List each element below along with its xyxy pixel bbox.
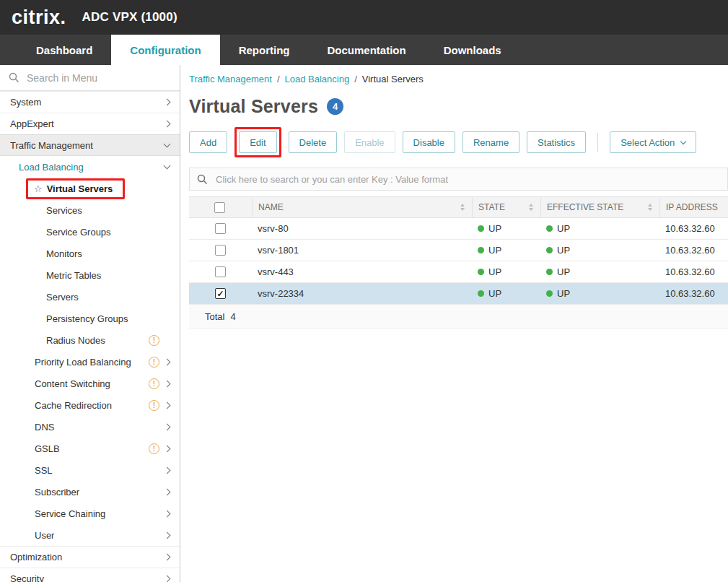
sidebar-item-monitors[interactable]: Monitors [0, 243, 180, 264]
column-header-name-label: NAME [258, 202, 284, 212]
virtual-servers-table: NAME STATE EFFECTIVE STATE IP ADDRESS [189, 196, 728, 329]
sort-icon[interactable] [648, 204, 652, 211]
table-search-bar[interactable] [189, 168, 728, 191]
select-action-button[interactable]: Select Action [610, 131, 696, 153]
chevron-down-icon [164, 141, 171, 148]
sidebar-item-optimization[interactable]: Optimization [0, 546, 180, 568]
status-up-dot [546, 225, 553, 232]
sidebar-item-radius-nodes[interactable]: Radius Nodes! [0, 329, 180, 351]
statistics-button[interactable]: Statistics [527, 131, 586, 153]
row-checkbox[interactable] [215, 266, 226, 277]
nav-tab-dashboard[interactable]: Dashboard [17, 35, 111, 65]
table-search-input[interactable] [214, 173, 720, 186]
state-text: UP [488, 288, 501, 299]
breadcrumb-separator: / [354, 74, 357, 84]
enable-button[interactable]: Enable [344, 131, 395, 153]
sidebar-item-ssl[interactable]: SSL [0, 459, 180, 481]
warning-icon: ! [149, 443, 159, 454]
disable-button[interactable]: Disable [403, 131, 455, 153]
vserver-name: vsrv-443 [258, 266, 294, 277]
sidebar-item-dns[interactable]: DNS [0, 416, 180, 438]
title-row: Virtual Servers 4 [189, 96, 728, 117]
chevron-down-icon [680, 138, 686, 144]
column-header-ip-address-label: IP ADDRESS [666, 202, 718, 212]
column-header-effective-state[interactable]: EFFECTIVE STATE [540, 197, 659, 217]
sidebar-item-label: DNS [35, 422, 54, 433]
star-icon: ☆ [34, 184, 43, 194]
breadcrumb-current-virtual-servers: Virtual Servers [362, 74, 424, 84]
status-up-dot [546, 290, 553, 297]
sort-icon[interactable] [460, 204, 465, 211]
rename-button[interactable]: Rename [462, 131, 519, 153]
sidebar-item-label: Service Chaining [35, 508, 105, 519]
sidebar-item-user[interactable]: User [0, 524, 180, 546]
sidebar-item-appexpert[interactable]: AppExpert [0, 113, 180, 134]
table-row[interactable]: ✓vsrv-22334UPUP10.63.32.60 [189, 283, 728, 305]
sidebar-search-input[interactable] [25, 71, 171, 84]
nav-tab-downloads[interactable]: Downloads [425, 35, 520, 65]
sidebar-item-service-groups[interactable]: Service Groups [0, 221, 180, 243]
sidebar-item-label: Metric Tables [46, 270, 101, 281]
sidebar-item-traffic-management[interactable]: Traffic Management [0, 134, 180, 156]
column-header-ip-address[interactable]: IP ADDRESS [659, 197, 728, 217]
annotation-box: ☆Virtual Servers [26, 178, 125, 199]
sidebar-item-metric-tables[interactable]: Metric Tables [0, 264, 180, 286]
sidebar-item-label: Cache Redirection [35, 400, 112, 411]
breadcrumb-link-load-balancing[interactable]: Load Balancing [285, 74, 350, 84]
table-header-row: NAME STATE EFFECTIVE STATE IP ADDRESS [189, 196, 728, 218]
chevron-right-icon [164, 554, 171, 561]
sidebar-item-security[interactable]: Security [0, 568, 180, 582]
sidebar-item-virtual-servers[interactable]: ☆Virtual Servers [0, 178, 180, 199]
column-header-name[interactable]: NAME [252, 197, 472, 217]
table-row[interactable]: vsrv-443UPUP10.63.32.60 [189, 261, 728, 283]
warning-icon: ! [149, 400, 159, 411]
nav-tab-configuration[interactable]: Configuration [111, 35, 219, 65]
sidebar-item-label: User [35, 530, 54, 541]
breadcrumb-separator: / [277, 74, 280, 84]
column-header-effective-state-label: EFFECTIVE STATE [547, 202, 623, 212]
sidebar-item-cache-redirection[interactable]: Cache Redirection! [0, 394, 180, 416]
status-up-dot [478, 290, 484, 297]
breadcrumb-link-traffic-management[interactable]: Traffic Management [189, 74, 272, 84]
select-all-checkbox[interactable] [214, 202, 225, 213]
sidebar-item-servers[interactable]: Servers [0, 286, 180, 308]
row-checkbox[interactable] [215, 245, 226, 256]
ip-address: 10.63.32.60 [665, 288, 715, 299]
sort-icon[interactable] [529, 204, 533, 211]
sidebar-item-gslb[interactable]: GSLB! [0, 438, 180, 459]
search-icon [9, 72, 19, 83]
sidebar-item-label: Traffic Management [10, 140, 93, 151]
sidebar-item-service-chaining[interactable]: Service Chaining [0, 503, 180, 524]
add-button[interactable]: Add [189, 131, 227, 153]
sidebar-item-system[interactable]: System [0, 91, 180, 113]
sidebar-item-content-switching[interactable]: Content Switching! [0, 373, 180, 394]
sidebar-item-label: GSLB [35, 443, 60, 454]
nav-tab-documentation[interactable]: Documentation [309, 35, 425, 65]
nav-tab-reporting[interactable]: Reporting [220, 35, 309, 65]
sidebar-item-load-balancing[interactable]: Load Balancing [0, 156, 180, 178]
select-all-cell [189, 197, 252, 217]
sidebar-item-label: AppExpert [10, 118, 54, 129]
sidebar-item-label: Monitors [46, 248, 82, 259]
table-row[interactable]: vsrv-80UPUP10.63.32.60 [189, 218, 728, 240]
sidebar-item-label: Services [46, 205, 82, 216]
sidebar-item-persistency-groups[interactable]: Persistency Groups [0, 308, 180, 329]
chevron-right-icon [164, 466, 171, 474]
sidebar-search[interactable] [0, 65, 180, 91]
warning-icon: ! [149, 378, 159, 389]
chevron-right-icon [164, 531, 171, 539]
sidebar-item-services[interactable]: Services [0, 199, 180, 221]
delete-button[interactable]: Delete [289, 131, 338, 153]
vserver-name: vsrv-22334 [258, 288, 304, 299]
row-checkbox[interactable] [215, 223, 226, 234]
status-up-dot [478, 225, 484, 232]
edit-button[interactable]: Edit [239, 131, 276, 153]
sidebar-item-label: Service Groups [46, 227, 111, 238]
sidebar-item-priority-load-balancing[interactable]: Priority Load Balancing! [0, 351, 180, 373]
warning-icon: ! [149, 335, 159, 346]
column-header-state[interactable]: STATE [472, 197, 540, 217]
row-checkbox[interactable]: ✓ [215, 288, 226, 299]
sidebar-item-label: Priority Load Balancing [35, 357, 131, 368]
sidebar-item-subscriber[interactable]: Subscriber [0, 481, 180, 503]
table-row[interactable]: vsrv-1801UPUP10.63.32.60 [189, 240, 728, 261]
